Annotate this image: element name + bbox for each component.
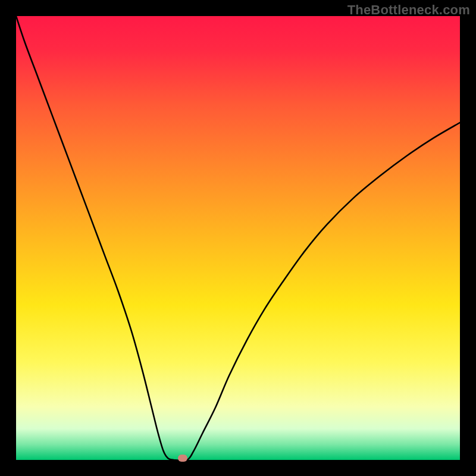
gradient-background bbox=[16, 16, 460, 460]
chart-svg bbox=[16, 16, 460, 460]
optimal-point-marker bbox=[178, 455, 187, 462]
chart-frame: TheBottleneck.com bbox=[0, 0, 476, 476]
watermark-text: TheBottleneck.com bbox=[347, 2, 470, 18]
plot-area bbox=[16, 16, 460, 460]
